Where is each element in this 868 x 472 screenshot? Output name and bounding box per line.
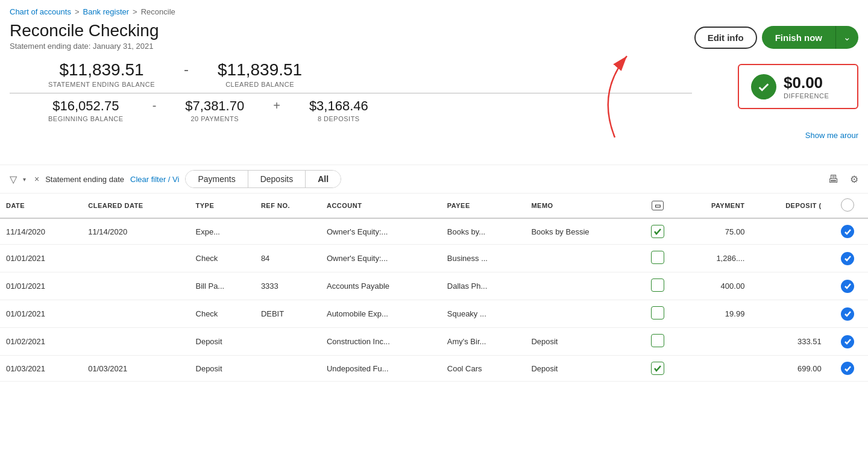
row-checked-icon[interactable] [841,362,854,375]
cell-payment [678,328,751,356]
cell-payee: Squeaky ... [441,300,526,328]
cleared-checkbox[interactable] [651,362,664,375]
balances-left: $11,839.51 STATEMENT ENDING BALANCE - $1… [0,60,716,122]
row-checked-icon[interactable] [841,252,854,265]
breadcrumb: Chart of accounts > Bank register > Reco… [0,0,868,19]
cell-row-check[interactable] [828,245,868,272]
table-row[interactable]: 01/03/2021 01/03/2021 Deposit Undeposite… [0,356,868,382]
col-header-account: ACCOUNT [321,194,441,218]
cell-account: Owner's Equity:... [321,218,441,245]
cell-row-check[interactable] [828,356,868,382]
tab-payments[interactable]: Payments [186,171,248,187]
cell-ref-no: 84 [255,245,321,272]
cell-row-check[interactable] [828,300,868,328]
print-icon[interactable]: 🖶 [828,173,839,186]
cell-ref-no: 3333 [255,272,321,300]
cell-cleared-icon[interactable] [637,300,678,328]
difference-label: DIFFERENCE [784,92,829,99]
deposits-balance: $3,168.46 8 DEPOSITS [285,98,392,122]
cell-date: 01/01/2021 [0,300,82,328]
cell-deposit: 333.51 [750,328,827,356]
table-row[interactable]: 01/01/2021 Check DEBIT Automobile Exp...… [0,300,868,328]
cleared-checkbox[interactable] [651,225,664,238]
finish-now-button[interactable]: Finish now [762,26,835,49]
filter-bar: ▽ ▾ × Statement ending date Clear filter… [0,165,868,194]
cleared-checkbox[interactable] [651,251,664,264]
breadcrumb-bank-register[interactable]: Bank register [83,7,129,16]
cleared-checkbox[interactable] [651,334,664,347]
col-header-payment: PAYMENT [678,194,751,218]
cell-type: Deposit [190,328,255,356]
cell-memo: Deposit [525,356,637,382]
difference-box: $0.00 DIFFERENCE [738,64,858,109]
cell-account: Owner's Equity:... [321,245,441,272]
cell-cleared-icon[interactable] [637,356,678,382]
cell-date: 01/03/2021 [0,356,82,382]
difference-check-icon [751,74,776,99]
table-row[interactable]: 01/01/2021 Check 84 Owner's Equity:... B… [0,245,868,272]
col-header-cleared-icon: ▭ [637,194,678,218]
statement-date: Statement ending date: January 31, 2021 [10,42,159,51]
cell-cleared-date [82,272,189,300]
table-row[interactable]: 01/01/2021 Bill Pa... 3333 Accounts Paya… [0,272,868,300]
annotation-area: Show me arour [0,122,868,165]
filter-dropdown-icon[interactable]: ▾ [23,176,26,183]
table-row[interactable]: 01/02/2021 Deposit Construction Inc... A… [0,328,868,356]
row-checked-icon[interactable] [841,335,854,348]
cell-type: Bill Pa... [190,272,255,300]
breadcrumb-chart-of-accounts[interactable]: Chart of accounts [10,7,71,16]
row-checked-icon[interactable] [841,307,854,321]
difference-amount: $0.00 [784,74,829,92]
cleared-checkbox[interactable] [651,278,664,292]
cell-deposit [750,300,827,328]
cell-cleared-icon[interactable] [637,245,678,272]
beginning-balance: $16,052.75 BEGINNING BALANCE [24,98,148,122]
cell-cleared-icon[interactable] [637,328,678,356]
cell-ref-no [255,218,321,245]
tab-deposits[interactable]: Deposits [248,171,306,187]
row-checked-icon[interactable] [841,225,854,238]
cell-date: 01/02/2021 [0,328,82,356]
col-header-ref-no: REF NO. [255,194,321,218]
transactions-table: DATE CLEARED DATE TYPE REF NO. ACCOUNT P… [0,194,868,382]
cell-row-check[interactable] [828,328,868,356]
cell-deposit [750,218,827,245]
cell-cleared-icon[interactable] [637,272,678,300]
col-header-cleared-date: CLEARED DATE [82,194,189,218]
payments-balance: $7,381.70 20 PAYMENTS [161,98,268,122]
col-header-payee: PAYEE [441,194,526,218]
cell-account: Automobile Exp... [321,300,441,328]
cell-payment: 75.00 [678,218,751,245]
col-header-deposit: DEPOSIT ( [750,194,827,218]
cell-deposit: 699.00 [750,356,827,382]
filter-icon[interactable]: ▽ [10,174,17,185]
cell-row-check[interactable] [828,272,868,300]
tab-all[interactable]: All [306,171,341,187]
cell-date: 01/01/2021 [0,245,82,272]
breadcrumb-reconcile: Reconcile [141,7,175,16]
cell-cleared-icon[interactable] [637,218,678,245]
settings-icon[interactable]: ⚙ [850,174,858,185]
cell-ref-no: DEBIT [255,300,321,328]
cell-date: 01/01/2021 [0,272,82,300]
statement-ending-balance: $11,839.51 STATEMENT ENDING BALANCE [24,60,179,88]
col-header-select-all[interactable] [828,194,868,218]
clear-filter-x[interactable]: × [34,174,39,184]
cell-type: Check [190,300,255,328]
cell-payee: Cool Cars [441,356,526,382]
show-me-around-link[interactable]: Show me arour [805,131,858,140]
page-title: Reconcile Checking [10,21,159,40]
clear-filter-link[interactable]: Clear filter / Vi [130,175,179,184]
finish-now-dropdown-button[interactable]: ⌄ [835,26,858,49]
cleared-checkbox[interactable] [651,306,664,319]
col-header-type: TYPE [190,194,255,218]
row-checked-icon[interactable] [841,280,854,293]
cell-type: Expe... [190,218,255,245]
edit-info-button[interactable]: Edit info [694,27,757,49]
cell-payee: Dallas Ph... [441,272,526,300]
transaction-type-tabs: Payments Deposits All [185,170,341,188]
cell-row-check[interactable] [828,218,868,245]
table-row[interactable]: 11/14/2020 11/14/2020 Expe... Owner's Eq… [0,218,868,245]
col-header-date: DATE [0,194,82,218]
cell-date: 11/14/2020 [0,218,82,245]
